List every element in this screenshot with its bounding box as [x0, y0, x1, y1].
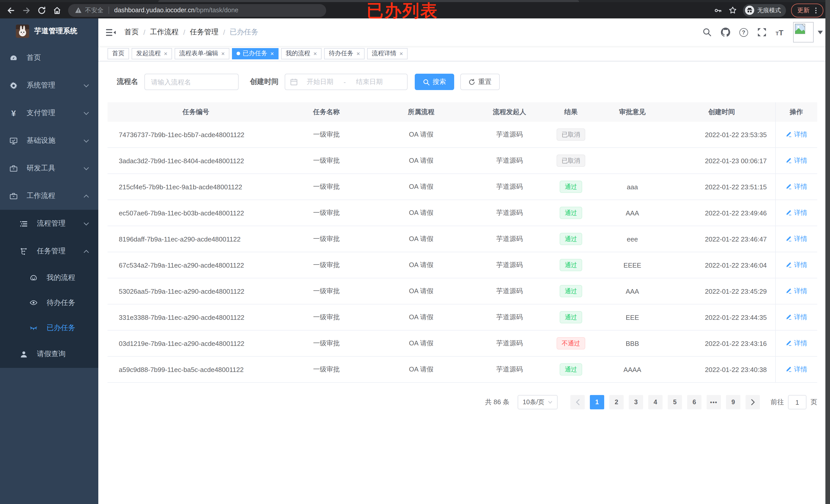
sidebar-item-my-process[interactable]: 我的流程 — [0, 265, 98, 290]
page-size-select[interactable]: 10条/页 — [518, 395, 557, 409]
dashboard-icon — [10, 54, 18, 62]
help-icon[interactable]: ? — [739, 28, 748, 37]
breadcrumb-workflow[interactable]: 工作流程 — [150, 28, 179, 37]
flow-tree-icon — [20, 247, 28, 255]
sidebar-collapse-icon[interactable] — [106, 28, 116, 37]
range-separator: - — [344, 78, 346, 86]
page-button-6[interactable]: 6 — [687, 395, 701, 409]
goto-page-input[interactable] — [788, 395, 806, 409]
tab-close-icon[interactable]: × — [221, 51, 225, 57]
reload-icon[interactable] — [37, 6, 46, 14]
sidebar-item-workflow[interactable]: 工作流程 — [0, 182, 98, 210]
detail-link[interactable]: 详情 — [786, 182, 807, 191]
avatar-caret-icon[interactable] — [818, 30, 823, 34]
chevron-down-icon — [84, 166, 89, 171]
tab-0[interactable]: 首页 — [107, 48, 129, 59]
sidebar-item-task-mgmt[interactable]: 任务管理 — [0, 237, 98, 265]
sidebar-item-todo-tasks[interactable]: 待办任务 — [0, 290, 98, 315]
detail-link[interactable]: 详情 — [786, 313, 807, 322]
cell-process: OA 请假 — [369, 330, 474, 357]
page-button-9[interactable]: 9 — [726, 395, 740, 409]
detail-link[interactable]: 详情 — [786, 365, 807, 374]
tab-2[interactable]: 流程表单-编辑× — [174, 48, 229, 59]
page-button-5[interactable]: 5 — [668, 395, 682, 409]
bookmark-star-icon[interactable] — [729, 6, 737, 14]
sidebar-item-infrastructure[interactable]: 基础设施 — [0, 127, 98, 155]
tab-close-icon[interactable]: × — [356, 51, 360, 57]
tab-close-icon[interactable]: × — [164, 51, 167, 57]
workflow-submenu: 流程管理 任务管理 我的流程 待办任务 — [0, 210, 98, 368]
search-button[interactable]: 搜索 — [415, 74, 454, 90]
cell-task-id: ec507ae6-7b9a-11ec-b03b-acde48001122 — [107, 200, 284, 226]
search-icon — [423, 78, 429, 85]
chevron-down-icon — [84, 138, 89, 143]
cell-initiator: 芋道源码 — [474, 174, 545, 200]
page-button-2[interactable]: 2 — [609, 395, 624, 409]
gear-icon — [10, 81, 18, 89]
cell-task-id: 03d1219e-7b9a-11ec-a290-acde48001122 — [107, 330, 284, 357]
page-button-1[interactable]: 1 — [590, 395, 604, 409]
tab-3[interactable]: 已办任务× — [232, 48, 279, 59]
browser-menu-icon[interactable] — [812, 7, 819, 13]
col-created: 创建时间 — [668, 102, 775, 122]
url-bar[interactable]: 不安全 dashboard.yudao.iocoder.cn/bpm/task/… — [68, 4, 326, 16]
detail-link[interactable]: 详情 — [786, 261, 807, 270]
sidebar-item-devtools[interactable]: 研发工具 — [0, 155, 98, 182]
back-icon[interactable] — [7, 6, 15, 14]
page-button-3[interactable]: 3 — [629, 395, 643, 409]
detail-link[interactable]: 详情 — [786, 130, 807, 139]
forward-icon[interactable] — [22, 6, 31, 14]
password-key-icon[interactable] — [714, 6, 722, 14]
col-actions: 操作 — [775, 102, 817, 122]
tab-close-icon[interactable]: × — [313, 51, 317, 57]
detail-link[interactable]: 详情 — [786, 156, 807, 165]
cell-actions: 详情 — [775, 252, 817, 278]
font-size-icon[interactable]: TT — [775, 28, 784, 37]
window-scrollbar-strip[interactable] — [825, 0, 830, 504]
sidebar-item-done-tasks[interactable]: 已办任务 — [0, 315, 98, 340]
sidebar-item-leave-query[interactable]: 请假查询 — [0, 340, 98, 368]
tab-4[interactable]: 我的流程× — [281, 48, 322, 59]
cell-result: 不通过 — [545, 330, 597, 357]
tab-close-icon[interactable]: × — [270, 51, 274, 57]
detail-link[interactable]: 详情 — [786, 208, 807, 217]
breadcrumb-task-mgmt[interactable]: 任务管理 — [190, 28, 219, 37]
date-range-picker[interactable]: 开始日期 - 结束日期 — [285, 74, 408, 90]
chevron-down-icon — [84, 110, 89, 116]
chevron-down-icon — [548, 401, 552, 404]
process-name-input[interactable] — [145, 74, 238, 90]
tab-6[interactable]: 流程详情× — [367, 48, 408, 59]
sidebar-item-process-mgmt[interactable]: 流程管理 — [0, 210, 98, 237]
refresh-icon — [469, 78, 475, 85]
sidebar-item-home[interactable]: 首页 — [0, 44, 98, 72]
col-process: 所属流程 — [369, 102, 474, 122]
table-row: 03d1219e-7b9a-11ec-a290-acde48001122一级审批… — [107, 330, 817, 357]
avatar[interactable] — [793, 22, 813, 42]
breadcrumb-home[interactable]: 首页 — [124, 28, 139, 37]
search-icon[interactable] — [702, 28, 711, 37]
home-icon[interactable] — [53, 6, 61, 14]
detail-link[interactable]: 详情 — [786, 287, 807, 296]
table-row: 67c534a2-7b9a-11ec-a290-acde48001122一级审批… — [107, 252, 817, 278]
tab-close-icon[interactable]: × — [400, 51, 403, 57]
detail-link[interactable]: 详情 — [786, 339, 807, 348]
detail-link[interactable]: 详情 — [786, 234, 807, 243]
github-icon[interactable] — [721, 28, 730, 37]
sidebar-item-system[interactable]: 系统管理 — [0, 72, 98, 99]
tab-5[interactable]: 待办任务× — [324, 48, 364, 59]
sidebar-logo[interactable]: 芋道管理系统 — [0, 19, 98, 44]
fullscreen-icon[interactable] — [757, 28, 766, 37]
table-row: 215cf4e5-7b9b-11ec-9a1b-acde48001122一级审批… — [107, 174, 817, 200]
update-button[interactable]: 更新 — [791, 3, 823, 17]
page-button-4[interactable]: 4 — [648, 395, 663, 409]
next-page-button[interactable] — [745, 395, 760, 409]
tab-1[interactable]: 发起流程× — [132, 48, 172, 59]
tags-view: 首页发起流程×流程表单-编辑×已办任务×我的流程×待办任务×流程详情× — [98, 46, 830, 61]
prev-page-button[interactable] — [570, 395, 585, 409]
sidebar-item-payment[interactable]: ¥ 支付管理 — [0, 99, 98, 127]
tab-label: 我的流程 — [286, 49, 310, 58]
page-more-button[interactable]: ••• — [707, 395, 721, 409]
cell-process: OA 请假 — [369, 304, 474, 330]
reset-button[interactable]: 重置 — [460, 74, 500, 90]
cell-initiator: 芋道源码 — [474, 357, 545, 382]
